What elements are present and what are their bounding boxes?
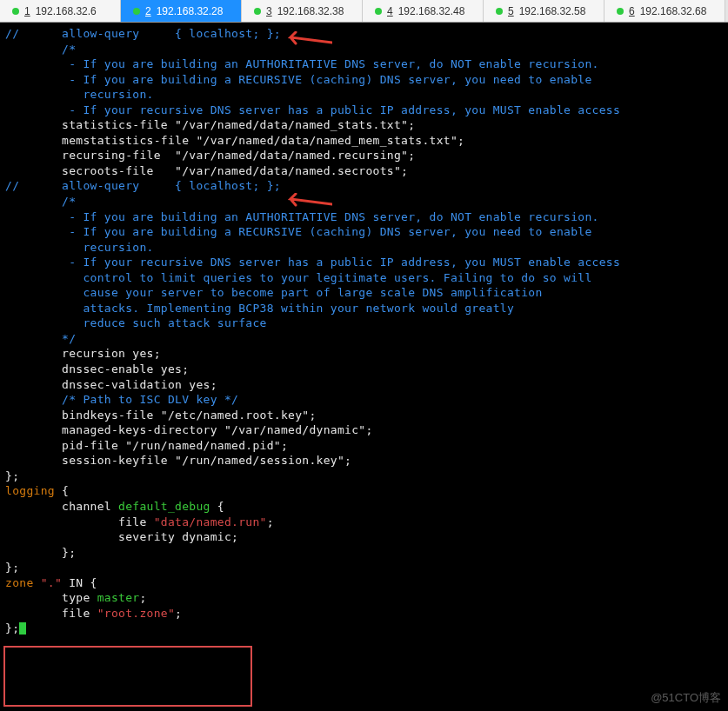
tab-number: 5 (508, 5, 514, 17)
code-text: cause your server to become part of larg… (5, 286, 543, 299)
status-dot-icon (617, 8, 624, 15)
code-text: - If you are building an AUTHORITATIVE D… (5, 57, 599, 70)
highlight-box-icon (3, 646, 252, 707)
code-text: control to limit queries to your legitim… (5, 271, 592, 284)
code-text: secroots-file "/var/named/data/named.sec… (5, 164, 408, 177)
status-dot-icon (375, 8, 382, 15)
status-dot-icon (12, 8, 19, 15)
code-text: /* (5, 195, 76, 208)
code-text: memstatistics-file "/var/named/data/name… (5, 134, 464, 147)
code-text: bindkeys-file "/etc/named.root.key"; (5, 409, 317, 422)
code-text: type (5, 591, 97, 604)
code-text: "." (41, 576, 62, 589)
code-text: channel (5, 500, 118, 513)
tab-number: 1 (24, 5, 30, 17)
watermark: @51CTO博客 (651, 690, 721, 706)
code-text: allow-query { localhost; }; (62, 27, 281, 40)
code-text: severity (5, 530, 175, 543)
tab-2[interactable]: 2192.168.32.28 (121, 0, 242, 22)
code-text: - If your recursive DNS server has a pub… (5, 256, 620, 269)
code-text: /* Path to ISC DLV key */ (5, 393, 238, 406)
code-text: file (5, 515, 154, 528)
code-text: file (5, 607, 97, 620)
code-text: /* (5, 43, 76, 56)
code-text: logging (5, 484, 55, 497)
code-text: - If you are building a RECURSIVE (cachi… (5, 73, 592, 86)
code-text: master (97, 591, 140, 604)
tab-label: 192.168.32.68 (640, 5, 707, 17)
code-text: dynamic; (175, 530, 238, 543)
terminal-output[interactable]: // allow-query { localhost; }; /* - If y… (0, 23, 728, 640)
code-text: - If you are building an AUTHORITATIVE D… (5, 210, 599, 223)
tab-label: 192.168.32.6 (36, 5, 97, 17)
code-text: ; (139, 591, 146, 604)
tab-5[interactable]: 5192.168.32.58 (484, 0, 604, 22)
code-text: IN { (62, 576, 97, 589)
code-text: - If you are building a RECURSIVE (cachi… (5, 225, 592, 238)
code-text: reduce such attack surface (5, 316, 267, 329)
tab-label: 192.168.32.48 (398, 5, 465, 17)
code-text: recursion. (5, 241, 154, 254)
code-text: { (210, 500, 224, 513)
tab-6[interactable]: 6192.168.32.68 (604, 0, 725, 22)
code-text: attacks. Implementing BCP38 within your … (5, 302, 514, 315)
code-text: }; (5, 546, 76, 559)
code-text: dnssec-validation yes; (5, 378, 217, 391)
status-dot-icon (496, 8, 503, 15)
tab-number: 4 (387, 5, 393, 17)
code-text: // (5, 27, 62, 40)
tab-number: 6 (629, 5, 635, 17)
code-text: */ (5, 332, 76, 345)
code-text: dnssec-enable yes; (5, 362, 189, 375)
code-text: ; (175, 607, 182, 620)
tab-3[interactable]: 3192.168.32.38 (242, 0, 363, 22)
code-text: zone (5, 576, 41, 589)
tab-bar: 1192.168.32.6 2192.168.32.28 3192.168.32… (0, 0, 728, 23)
code-text: recursing-file "/var/named/data/named.re… (5, 149, 415, 162)
cursor-icon (19, 622, 26, 635)
tab-label: 192.168.32.58 (519, 5, 586, 17)
tab-label: 192.168.32.38 (277, 5, 344, 17)
code-text: recursion. (5, 88, 154, 101)
code-text: pid-file "/run/named/named.pid"; (5, 439, 288, 452)
code-text: managed-keys-directory "/var/named/dynam… (5, 423, 373, 436)
code-text: statistics-file "/var/named/data/named_s… (5, 118, 415, 131)
code-text: ; (267, 515, 274, 528)
code-text: - If your recursive DNS server has a pub… (5, 103, 620, 116)
code-text: }; (5, 469, 19, 482)
tab-label: 192.168.32.28 (157, 5, 224, 17)
status-dot-icon (254, 8, 261, 15)
code-text: "root.zone" (97, 607, 175, 620)
code-text: }; (5, 621, 19, 635)
status-dot-icon (133, 8, 140, 15)
code-text: { (55, 484, 69, 497)
tab-4[interactable]: 4192.168.32.48 (363, 0, 484, 22)
code-text: recursion yes; (5, 347, 161, 360)
code-text: }; (5, 561, 19, 574)
code-text: // (5, 179, 62, 192)
tab-number: 3 (266, 5, 272, 17)
code-text: "data/named.run" (154, 515, 267, 528)
code-text: default_debug (118, 500, 210, 513)
code-text: allow-query { localhost; }; (62, 179, 281, 192)
tab-1[interactable]: 1192.168.32.6 (0, 0, 121, 22)
tab-number: 2 (145, 5, 151, 17)
code-text: session-keyfile "/run/named/session.key"… (5, 454, 351, 467)
